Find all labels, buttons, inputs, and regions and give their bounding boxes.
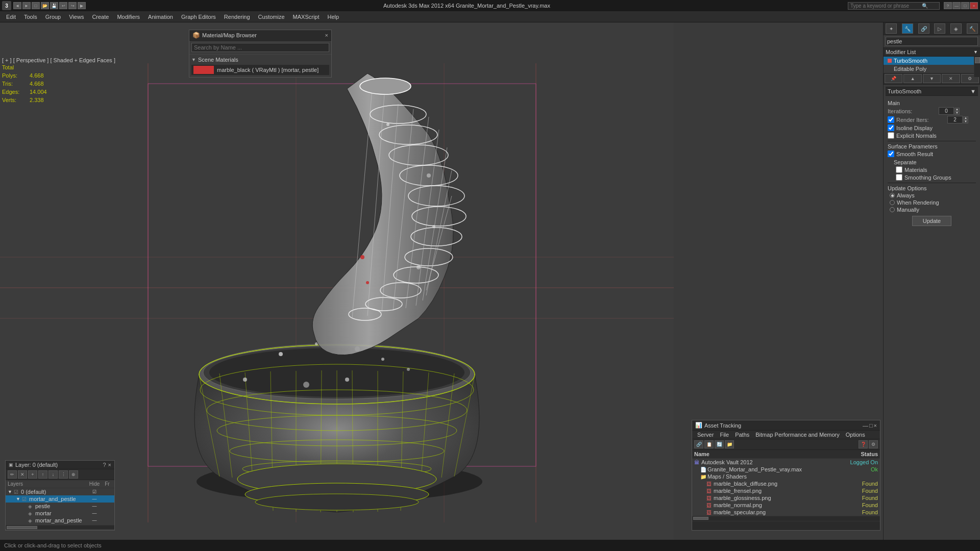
asset-menu-bitmap[interactable]: Bitmap Performance and Memory xyxy=(752,431,842,439)
menu-group[interactable]: Group xyxy=(41,13,65,21)
display-icon[interactable]: ◈ xyxy=(950,23,962,34)
modifier-scrollbar[interactable] xyxy=(974,57,980,77)
mat-item-marble[interactable]: marble_black ( VRayMtl ) [mortar, pestle… xyxy=(191,65,329,75)
render-iters-input[interactable] xyxy=(947,116,963,123)
asset-menu-options[interactable]: Options xyxy=(843,431,868,439)
layers-tool-6[interactable]: ⋮ xyxy=(59,470,68,479)
turbosmooth-header[interactable]: TurboSmooth ▼ xyxy=(886,87,978,96)
asset-row-maps[interactable]: 📁 Maps / Shaders xyxy=(692,473,880,480)
asset-row-gloss[interactable]: 🖼 marble_glossiness.png Found xyxy=(692,494,880,502)
asset-scrollbar-thumb[interactable] xyxy=(693,517,708,520)
asset-menu-file[interactable]: File xyxy=(717,431,732,439)
smooth-result-checkbox[interactable] xyxy=(888,151,894,157)
restore-btn[interactable]: □ xyxy=(961,2,969,9)
minimize-btn[interactable]: — xyxy=(952,2,961,9)
asset-menu-paths[interactable]: Paths xyxy=(732,431,752,439)
menu-modifiers[interactable]: Modifiers xyxy=(113,13,144,21)
iterations-up[interactable]: ▲ xyxy=(954,108,960,111)
render-iters-checkbox[interactable] xyxy=(888,116,894,123)
asset-row-vault[interactable]: 🏛 Autodesk Vault 2012 Logged On xyxy=(692,459,880,466)
layers-tool-2[interactable]: ✕ xyxy=(18,470,27,479)
layers-scrollbar-thumb[interactable] xyxy=(7,526,37,529)
wc-redo[interactable]: ↪ xyxy=(68,2,77,9)
layer-vis-pestle[interactable]: — xyxy=(87,504,102,509)
modifier-turbosmooth[interactable]: TurboSmooth xyxy=(884,57,980,65)
modifier-nav-remove[interactable]: ✕ xyxy=(942,74,960,83)
wc-forward[interactable]: ► xyxy=(22,2,31,9)
menu-tools[interactable]: Tools xyxy=(20,13,41,21)
layers-help-btn[interactable]: ? xyxy=(103,462,106,468)
menu-edit[interactable]: Edit xyxy=(2,13,20,21)
asset-close[interactable]: × xyxy=(874,422,877,429)
asset-tool-3[interactable]: 🔄 xyxy=(715,440,724,448)
layer-vis-mp2[interactable]: — xyxy=(87,518,102,523)
smoothing-groups-checkbox[interactable] xyxy=(896,174,902,181)
modifier-editable-poly[interactable]: Editable Poly xyxy=(884,65,980,73)
utility-icon[interactable]: 🔨 xyxy=(967,23,978,34)
layers-tool-5[interactable]: ↓ xyxy=(48,470,58,479)
help-btn[interactable]: ? xyxy=(944,2,952,9)
close-btn[interactable]: × xyxy=(970,2,978,9)
asset-row-normal[interactable]: 🖼 marble_normal.png Found xyxy=(692,502,880,509)
asset-tool-6[interactable]: ⚙ xyxy=(869,440,878,448)
search-icon[interactable]: 🔍 xyxy=(922,3,928,9)
always-radio[interactable] xyxy=(890,193,895,198)
motion-icon[interactable]: ▷ xyxy=(934,23,945,34)
modifier-nav-pin[interactable]: 📌 xyxy=(885,74,902,83)
modifier-scrollbar-thumb[interactable] xyxy=(975,57,980,63)
layer-vis-mortar2[interactable]: — xyxy=(87,511,102,516)
menu-graph-editors[interactable]: Graph Editors xyxy=(177,13,220,21)
menu-help[interactable]: Help xyxy=(324,13,344,21)
layer-vis-mortar[interactable]: — xyxy=(87,496,102,502)
window-controls-right[interactable]: ? — □ × xyxy=(944,2,978,9)
asset-minimize[interactable]: — xyxy=(863,422,868,429)
asset-tool-4[interactable]: 📁 xyxy=(725,440,734,448)
asset-tool-5[interactable]: ❓ xyxy=(859,440,868,448)
menu-rendering[interactable]: Rendering xyxy=(220,13,254,21)
menu-views[interactable]: Views xyxy=(65,13,88,21)
render-iters-down[interactable]: ▼ xyxy=(963,120,968,123)
modifier-nav-up[interactable]: ▲ xyxy=(903,74,921,83)
materials-checkbox[interactable] xyxy=(896,166,902,173)
manually-radio[interactable] xyxy=(890,207,895,212)
wc-back[interactable]: ◄ xyxy=(13,2,21,9)
when-rendering-radio[interactable] xyxy=(890,200,895,205)
render-iters-up[interactable]: ▲ xyxy=(963,116,968,120)
asset-row-frensel[interactable]: 🖼 marble_frensel.png Found xyxy=(692,487,880,494)
menu-customize[interactable]: Customize xyxy=(254,13,289,21)
search-input[interactable] xyxy=(850,3,922,9)
mat-browser-close[interactable]: × xyxy=(325,32,328,38)
wc-render[interactable]: ▶ xyxy=(78,2,86,9)
iterations-down[interactable]: ▼ xyxy=(954,111,960,115)
asset-menu-server[interactable]: Server xyxy=(694,431,717,439)
layer-row-mortar-pestle2[interactable]: ◈ mortar_and_pestle — xyxy=(6,517,114,524)
wc-save[interactable]: 💾 xyxy=(50,2,58,9)
layers-tool-1[interactable]: ✏ xyxy=(8,470,17,479)
asset-tool-1[interactable]: 🔗 xyxy=(694,440,703,448)
mat-search-input[interactable] xyxy=(191,43,329,52)
asset-row-diffuse[interactable]: 🖼 marble_black_diffuse.png Found xyxy=(692,480,880,487)
modify-icon active[interactable]: 🔧 xyxy=(902,23,913,34)
modifier-nav-down[interactable]: ▼ xyxy=(923,74,941,83)
asset-row-file[interactable]: 📄 Granite_Mortar_and_Pestle_vray.max Ok xyxy=(692,466,880,473)
asset-row-specular[interactable]: 🖼 marble_specular.png Found xyxy=(692,509,880,516)
asset-scrollbar[interactable] xyxy=(692,516,880,521)
menu-animation[interactable]: Animation xyxy=(144,13,177,21)
menu-create[interactable]: Create xyxy=(88,13,113,21)
layers-tool-3[interactable]: + xyxy=(28,470,37,479)
asset-tool-2[interactable]: 📋 xyxy=(704,440,714,448)
layers-tool-4[interactable]: ↑ xyxy=(38,470,47,479)
isoline-checkbox[interactable] xyxy=(888,124,894,131)
render-iters-spinner[interactable]: ▲ ▼ xyxy=(963,116,968,123)
modifier-search-input[interactable] xyxy=(886,37,978,46)
layer-row-default[interactable]: ▼ ☑ 0 (default) ☑ xyxy=(6,488,114,495)
layers-scrollbar[interactable] xyxy=(6,525,114,529)
wc-undo[interactable]: ↩ xyxy=(59,2,67,9)
modifier-list-header[interactable]: Modifier List ▼ xyxy=(884,47,980,57)
iterations-spinner-arrows[interactable]: ▲ ▼ xyxy=(954,108,960,115)
wc-open[interactable]: 📂 xyxy=(41,2,49,9)
hierarchy-icon[interactable]: 🔗 xyxy=(918,23,929,34)
update-button[interactable]: Update xyxy=(912,216,951,226)
menu-maxscript[interactable]: MAXScript xyxy=(289,13,324,21)
layers-tool-7[interactable]: ⊕ xyxy=(69,470,78,479)
